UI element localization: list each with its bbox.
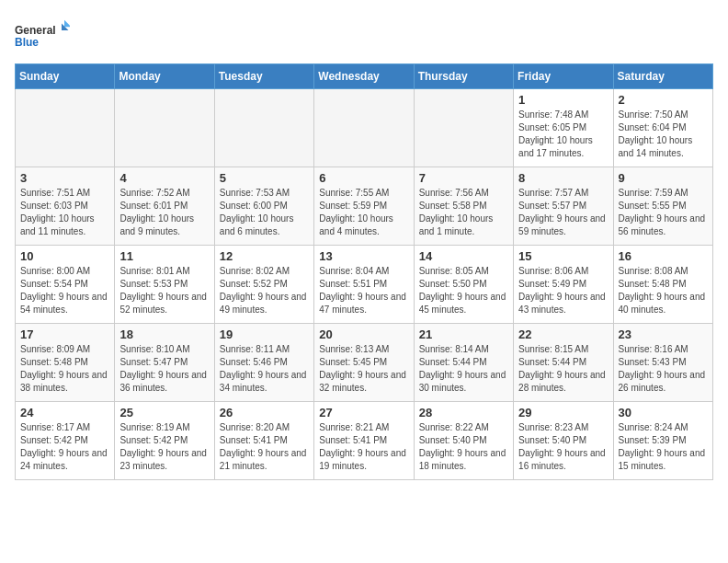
day-number: 13 [319, 249, 408, 263]
calendar-cell [115, 89, 214, 167]
calendar-cell: 19 Sunrise: 8:11 AMSunset: 5:46 PMDaylig… [214, 324, 313, 402]
day-number: 14 [419, 249, 508, 263]
calendar-cell: 17 Sunrise: 8:09 AMSunset: 5:48 PMDaylig… [16, 324, 115, 402]
weekday-header-row: SundayMondayTuesdayWednesdayThursdayFrid… [16, 64, 713, 89]
day-number: 19 [220, 327, 309, 341]
day-number: 16 [619, 249, 708, 263]
day-info: Sunrise: 7:52 AMSunset: 6:01 PMDaylight:… [119, 187, 209, 238]
calendar-cell: 22 Sunrise: 8:15 AMSunset: 5:44 PMDaylig… [514, 324, 613, 402]
day-number: 29 [518, 406, 608, 419]
calendar-cell: 13 Sunrise: 8:04 AMSunset: 5:51 PMDaylig… [314, 246, 414, 324]
day-info: Sunrise: 8:09 AMSunset: 5:48 PMDaylight:… [20, 343, 109, 395]
calendar-cell: 1 Sunrise: 7:48 AMSunset: 6:05 PMDayligh… [514, 89, 613, 167]
day-number: 24 [20, 406, 109, 419]
page-header: General Blue [15, 15, 713, 56]
calendar-week-5: 24 Sunrise: 8:17 AMSunset: 5:42 PMDaylig… [16, 402, 713, 480]
svg-marker-3 [64, 20, 70, 28]
weekday-header-sunday: Sunday [16, 64, 115, 89]
day-info: Sunrise: 8:04 AMSunset: 5:51 PMDaylight:… [319, 265, 408, 316]
day-info: Sunrise: 8:06 AMSunset: 5:49 PMDaylight:… [518, 265, 608, 316]
day-number: 10 [20, 249, 109, 263]
day-number: 26 [220, 406, 309, 419]
day-number: 25 [119, 406, 209, 419]
day-number: 21 [419, 327, 508, 341]
calendar-cell: 12 Sunrise: 8:02 AMSunset: 5:52 PMDaylig… [214, 246, 313, 324]
calendar-week-1: 1 Sunrise: 7:48 AMSunset: 6:05 PMDayligh… [16, 89, 713, 167]
calendar-week-3: 10 Sunrise: 8:00 AMSunset: 5:54 PMDaylig… [16, 246, 713, 324]
day-info: Sunrise: 7:56 AMSunset: 5:58 PMDaylight:… [419, 187, 508, 238]
weekday-header-thursday: Thursday [414, 64, 513, 89]
calendar-cell: 25 Sunrise: 8:19 AMSunset: 5:42 PMDaylig… [115, 402, 214, 480]
day-number: 30 [619, 406, 708, 419]
day-info: Sunrise: 7:57 AMSunset: 5:57 PMDaylight:… [518, 187, 608, 238]
day-number: 9 [619, 171, 708, 185]
day-info: Sunrise: 8:10 AMSunset: 5:47 PMDaylight:… [119, 343, 209, 395]
calendar-cell: 18 Sunrise: 8:10 AMSunset: 5:47 PMDaylig… [115, 324, 214, 402]
calendar-cell: 11 Sunrise: 8:01 AMSunset: 5:53 PMDaylig… [115, 246, 214, 324]
day-number: 22 [518, 327, 608, 341]
day-number: 20 [319, 327, 408, 341]
calendar-week-2: 3 Sunrise: 7:51 AMSunset: 6:03 PMDayligh… [16, 167, 713, 246]
day-info: Sunrise: 8:02 AMSunset: 5:52 PMDaylight:… [220, 265, 309, 316]
calendar-cell: 9 Sunrise: 7:59 AMSunset: 5:55 PMDayligh… [613, 167, 712, 246]
calendar-cell: 2 Sunrise: 7:50 AMSunset: 6:04 PMDayligh… [613, 89, 712, 167]
day-number: 11 [119, 249, 209, 263]
day-info: Sunrise: 8:23 AMSunset: 5:40 PMDaylight:… [518, 421, 608, 473]
calendar: SundayMondayTuesdayWednesdayThursdayFrid… [15, 63, 713, 480]
day-number: 2 [619, 93, 708, 107]
calendar-cell: 5 Sunrise: 7:53 AMSunset: 6:00 PMDayligh… [214, 167, 313, 246]
day-info: Sunrise: 8:01 AMSunset: 5:53 PMDaylight:… [119, 265, 209, 316]
weekday-header-monday: Monday [115, 64, 214, 89]
day-number: 1 [518, 93, 608, 107]
day-number: 15 [518, 249, 608, 263]
day-info: Sunrise: 8:11 AMSunset: 5:46 PMDaylight:… [220, 343, 309, 395]
day-number: 4 [119, 171, 209, 185]
day-info: Sunrise: 7:48 AMSunset: 6:05 PMDaylight:… [518, 109, 608, 160]
calendar-cell: 8 Sunrise: 7:57 AMSunset: 5:57 PMDayligh… [514, 167, 613, 246]
day-number: 28 [419, 406, 508, 419]
day-info: Sunrise: 8:00 AMSunset: 5:54 PMDaylight:… [20, 265, 109, 316]
day-info: Sunrise: 8:15 AMSunset: 5:44 PMDaylight:… [518, 343, 608, 395]
day-number: 7 [419, 171, 508, 185]
day-info: Sunrise: 7:59 AMSunset: 5:55 PMDaylight:… [619, 187, 708, 238]
calendar-cell: 7 Sunrise: 7:56 AMSunset: 5:58 PMDayligh… [414, 167, 513, 246]
svg-text:Blue: Blue [15, 36, 39, 49]
day-info: Sunrise: 8:17 AMSunset: 5:42 PMDaylight:… [20, 421, 109, 473]
day-info: Sunrise: 8:05 AMSunset: 5:50 PMDaylight:… [419, 265, 508, 316]
calendar-week-4: 17 Sunrise: 8:09 AMSunset: 5:48 PMDaylig… [16, 324, 713, 402]
calendar-cell [314, 89, 414, 167]
day-info: Sunrise: 8:16 AMSunset: 5:43 PMDaylight:… [619, 343, 708, 395]
calendar-cell [414, 89, 513, 167]
weekday-header-tuesday: Tuesday [214, 64, 313, 89]
day-number: 12 [220, 249, 309, 263]
day-info: Sunrise: 8:22 AMSunset: 5:40 PMDaylight:… [419, 421, 508, 473]
calendar-cell: 24 Sunrise: 8:17 AMSunset: 5:42 PMDaylig… [16, 402, 115, 480]
day-number: 18 [119, 327, 209, 341]
calendar-cell: 4 Sunrise: 7:52 AMSunset: 6:01 PMDayligh… [115, 167, 214, 246]
weekday-header-wednesday: Wednesday [314, 64, 414, 89]
calendar-cell: 3 Sunrise: 7:51 AMSunset: 6:03 PMDayligh… [16, 167, 115, 246]
calendar-cell: 26 Sunrise: 8:20 AMSunset: 5:41 PMDaylig… [214, 402, 313, 480]
day-info: Sunrise: 7:51 AMSunset: 6:03 PMDaylight:… [20, 187, 109, 238]
calendar-cell: 30 Sunrise: 8:24 AMSunset: 5:39 PMDaylig… [613, 402, 712, 480]
calendar-cell: 15 Sunrise: 8:06 AMSunset: 5:49 PMDaylig… [514, 246, 613, 324]
day-info: Sunrise: 8:21 AMSunset: 5:41 PMDaylight:… [319, 421, 408, 473]
day-info: Sunrise: 7:50 AMSunset: 6:04 PMDaylight:… [619, 109, 708, 160]
day-number: 3 [20, 171, 109, 185]
calendar-cell [16, 89, 115, 167]
day-info: Sunrise: 7:53 AMSunset: 6:00 PMDaylight:… [220, 187, 309, 238]
weekday-header-friday: Friday [514, 64, 613, 89]
day-info: Sunrise: 8:13 AMSunset: 5:45 PMDaylight:… [319, 343, 408, 395]
day-info: Sunrise: 8:14 AMSunset: 5:44 PMDaylight:… [419, 343, 508, 395]
calendar-cell: 21 Sunrise: 8:14 AMSunset: 5:44 PMDaylig… [414, 324, 513, 402]
logo-svg: General Blue [15, 15, 70, 56]
day-number: 23 [619, 327, 708, 341]
day-number: 5 [220, 171, 309, 185]
day-number: 27 [319, 406, 408, 419]
calendar-cell: 14 Sunrise: 8:05 AMSunset: 5:50 PMDaylig… [414, 246, 513, 324]
calendar-cell: 23 Sunrise: 8:16 AMSunset: 5:43 PMDaylig… [613, 324, 712, 402]
calendar-cell [214, 89, 313, 167]
weekday-header-saturday: Saturday [613, 64, 712, 89]
calendar-cell: 27 Sunrise: 8:21 AMSunset: 5:41 PMDaylig… [314, 402, 414, 480]
calendar-cell: 16 Sunrise: 8:08 AMSunset: 5:48 PMDaylig… [613, 246, 712, 324]
